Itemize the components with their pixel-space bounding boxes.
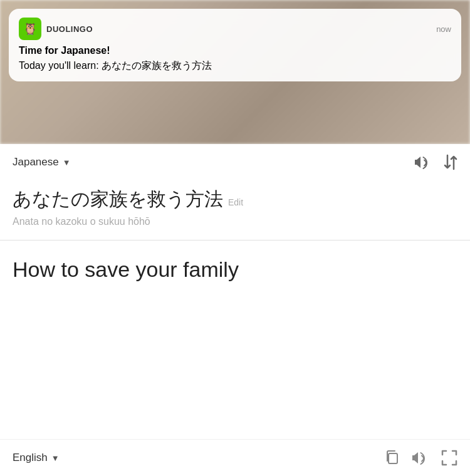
source-text: あなたの家族を救う方法Edit xyxy=(13,187,457,211)
fullscreen-icon[interactable] xyxy=(441,450,457,466)
translation-text-area: How to save your family xyxy=(0,241,470,298)
duolingo-icon: 🦉 xyxy=(19,18,41,40)
edit-link[interactable]: Edit xyxy=(228,197,243,207)
notification-body-prefix: Today you'll learn: xyxy=(19,60,102,71)
duolingo-owl-icon: 🦉 xyxy=(23,22,37,36)
source-japanese-text: あなたの家族を救う方法 xyxy=(13,189,223,209)
notification-body: Today you'll learn: あなたの家族を救う方法 xyxy=(19,59,451,73)
source-language-selector[interactable]: Japanese ▼ xyxy=(13,156,71,168)
target-language-label: English xyxy=(13,452,48,464)
notification-card: 🦉 DUOLINGO now Time for Japanese! Today … xyxy=(9,9,461,81)
language-bar-bottom: English ▼ xyxy=(0,439,470,476)
source-language-label: Japanese xyxy=(13,156,59,168)
romanization-text: Anata no kazoku o sukuu hōhō xyxy=(13,216,457,227)
swap-languages-icon[interactable] xyxy=(444,154,457,170)
speaker-icon-bottom[interactable] xyxy=(412,451,429,465)
source-language-chevron-icon: ▼ xyxy=(63,158,71,167)
translation-area: Japanese ▼ あなたの家族を救う方法Edit Ana xyxy=(0,144,470,476)
translation-text: How to save your family xyxy=(13,256,457,283)
notification-header: 🦉 DUOLINGO now xyxy=(19,18,451,40)
target-language-chevron-icon: ▼ xyxy=(51,453,60,463)
notification-title: Time for Japanese! xyxy=(19,45,451,56)
notification-body-japanese: あなたの家族を救う方法 xyxy=(102,60,212,71)
speaker-icon-top[interactable] xyxy=(415,155,431,169)
svg-rect-0 xyxy=(389,453,397,463)
source-text-area: あなたの家族を救う方法Edit Anata no kazoku o sukuu … xyxy=(0,180,470,240)
app-name: DUOLINGO xyxy=(46,24,93,34)
copy-icon[interactable] xyxy=(385,450,400,466)
notification-time: now xyxy=(436,24,451,34)
language-bar-top: Japanese ▼ xyxy=(0,144,470,180)
bottom-icons xyxy=(385,450,457,466)
top-icons xyxy=(415,154,457,170)
target-language-selector[interactable]: English ▼ xyxy=(13,452,60,464)
notification-header-left: 🦉 DUOLINGO xyxy=(19,18,93,40)
